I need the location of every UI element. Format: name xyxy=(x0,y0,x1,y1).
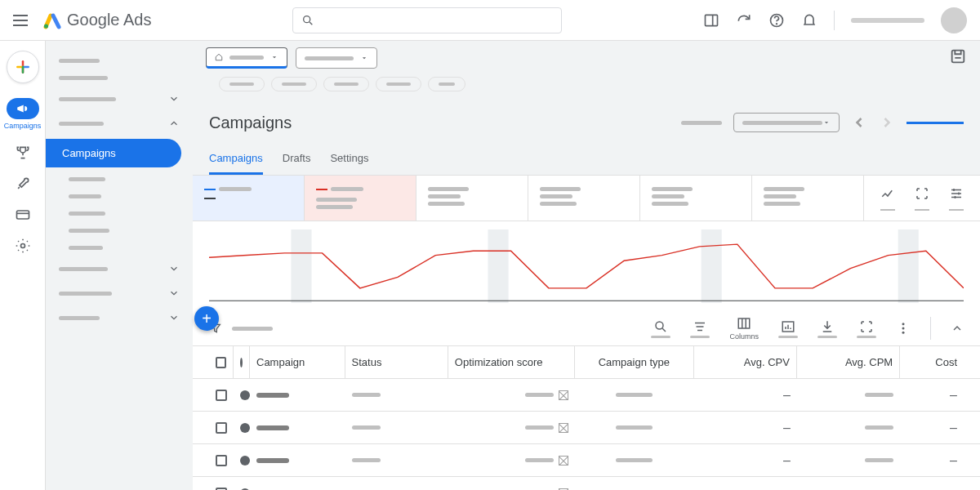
status-dot-header xyxy=(240,358,243,368)
chip[interactable] xyxy=(376,77,421,91)
expand-icon[interactable] xyxy=(915,186,929,201)
select-all-checkbox[interactable] xyxy=(216,357,226,368)
filter-placeholder xyxy=(232,327,273,331)
table-segment[interactable] xyxy=(690,319,710,338)
chip[interactable] xyxy=(271,77,317,91)
status-dot[interactable] xyxy=(240,423,250,433)
tab-drafts[interactable]: Drafts xyxy=(283,144,311,175)
opt-value xyxy=(525,393,554,397)
th-cpm[interactable]: Avg. CPM xyxy=(797,346,900,378)
line-chart-icon[interactable] xyxy=(880,186,895,201)
product-logo[interactable]: Google Ads xyxy=(42,11,151,30)
chip[interactable] xyxy=(428,77,466,91)
more-icon[interactable] xyxy=(896,321,911,336)
chevron-up-icon xyxy=(168,118,180,129)
chevron-down-icon xyxy=(168,312,180,323)
tab-campaigns[interactable]: Campaigns xyxy=(209,144,263,175)
panel-icon[interactable] xyxy=(703,12,719,29)
svg-rect-14 xyxy=(738,318,750,328)
table-row[interactable]: – – xyxy=(193,444,980,477)
trophy-icon[interactable] xyxy=(15,145,31,161)
th-optimization[interactable]: Optimization score xyxy=(448,346,575,378)
row-checkbox[interactable] xyxy=(216,422,227,434)
notifications-icon[interactable] xyxy=(801,12,817,29)
metric-card[interactable] xyxy=(752,176,864,220)
sidebar-item[interactable] xyxy=(46,171,193,188)
caret-down-icon xyxy=(360,54,368,62)
chevron-up-icon[interactable] xyxy=(951,322,964,335)
chevron-left-icon[interactable] xyxy=(851,114,867,131)
metric-card[interactable] xyxy=(528,176,640,220)
chip[interactable] xyxy=(323,77,369,91)
sidebar-item[interactable] xyxy=(46,111,193,136)
add-campaign-button[interactable]: + xyxy=(194,306,219,331)
metric-card[interactable] xyxy=(640,176,752,220)
svg-point-17 xyxy=(902,327,905,330)
th-cost[interactable]: Cost xyxy=(900,346,964,378)
chip[interactable] xyxy=(219,77,265,91)
table-expand[interactable] xyxy=(857,319,876,338)
sidebar-item[interactable] xyxy=(46,188,193,205)
status-value xyxy=(352,425,381,430)
table-row[interactable]: – – xyxy=(193,477,980,490)
table-row[interactable]: – – xyxy=(193,379,980,412)
sidebar-item[interactable] xyxy=(46,239,193,256)
status-dot[interactable] xyxy=(240,456,250,466)
date-range-dropdown[interactable] xyxy=(733,113,840,132)
cost-value: – xyxy=(900,388,964,403)
rail-campaigns[interactable]: Campaigns xyxy=(4,98,42,130)
scope-toolbar xyxy=(193,41,980,101)
create-button[interactable] xyxy=(7,51,39,83)
scope-dropdown[interactable] xyxy=(296,47,377,69)
account-dropdown[interactable] xyxy=(206,47,287,69)
sidebar-item[interactable] xyxy=(46,52,193,69)
save-icon[interactable] xyxy=(949,47,967,65)
sidebar-item-campaigns[interactable]: Campaigns xyxy=(46,139,181,167)
metric-card[interactable] xyxy=(305,176,416,220)
sidebar-item[interactable] xyxy=(46,222,193,239)
search-input[interactable] xyxy=(292,7,562,33)
sliders-icon[interactable] xyxy=(949,186,964,201)
sidebar-item[interactable] xyxy=(46,87,193,111)
billing-icon[interactable] xyxy=(15,207,31,223)
avatar[interactable] xyxy=(941,7,967,33)
table-reports[interactable] xyxy=(778,319,798,338)
sidebar-item[interactable] xyxy=(46,205,193,222)
campaign-name[interactable] xyxy=(256,425,289,430)
tools-icon[interactable] xyxy=(15,176,31,192)
placeholder xyxy=(681,121,722,125)
ads-logo-icon xyxy=(42,11,62,30)
sidebar-item[interactable] xyxy=(46,281,193,305)
metric-card[interactable] xyxy=(416,176,528,220)
row-checkbox[interactable] xyxy=(216,455,227,466)
row-checkbox[interactable] xyxy=(216,390,227,401)
table-row[interactable]: – – xyxy=(193,412,980,444)
type-value xyxy=(616,458,653,462)
campaign-name[interactable] xyxy=(256,458,289,463)
status-dot[interactable] xyxy=(240,390,250,400)
table-columns[interactable]: Columns xyxy=(729,316,759,341)
refresh-icon[interactable] xyxy=(736,12,752,29)
th-status[interactable]: Status xyxy=(345,346,448,378)
campaign-name[interactable] xyxy=(256,393,289,398)
th-cpv[interactable]: Avg. CPV xyxy=(694,346,797,378)
admin-icon[interactable] xyxy=(15,238,31,254)
th-campaign[interactable]: Campaign xyxy=(250,346,345,378)
th-type[interactable]: Campaign type xyxy=(575,346,694,378)
expand-icon xyxy=(859,319,874,334)
table-search[interactable] xyxy=(651,319,670,338)
chevron-right-icon[interactable] xyxy=(879,114,895,131)
table-download[interactable] xyxy=(817,319,837,338)
sidebar-item[interactable] xyxy=(46,69,193,87)
svg-point-16 xyxy=(902,323,905,325)
menu-icon[interactable] xyxy=(13,11,33,30)
cpv-value: – xyxy=(694,486,797,491)
tab-settings[interactable]: Settings xyxy=(330,144,368,175)
caret-down-icon xyxy=(270,53,278,61)
sidebar-item[interactable] xyxy=(46,305,193,330)
cost-value: – xyxy=(900,453,964,468)
sidebar-item[interactable] xyxy=(46,256,193,281)
row-checkbox[interactable] xyxy=(216,488,227,491)
metric-card[interactable] xyxy=(193,176,305,220)
help-icon[interactable] xyxy=(768,12,785,29)
